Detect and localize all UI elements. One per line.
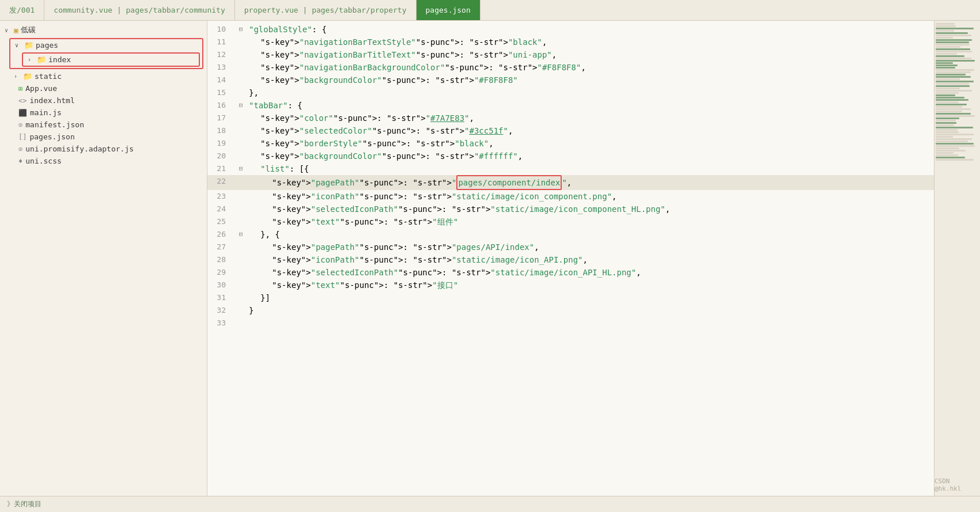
minimap-line bbox=[936, 58, 971, 59]
minimap-line bbox=[936, 106, 962, 108]
static-icon: 📁 bbox=[23, 72, 32, 81]
sidebar-item-main_js[interactable]: ⬛main.js bbox=[0, 107, 207, 119]
code-line-29: 29"s-key">"selectedIconPath""s-punc">: "… bbox=[207, 266, 934, 279]
code-text: "s-key">"text""s-punc">: "s-str">"组件" bbox=[270, 215, 934, 228]
minimap-line bbox=[936, 44, 970, 45]
code-line-33: 33 bbox=[207, 317, 934, 329]
fold-button[interactable]: ⊟ bbox=[235, 23, 247, 36]
line-number: 16 bbox=[207, 99, 235, 112]
minimap-line bbox=[936, 122, 956, 124]
close-project[interactable]: 》关闭项目 bbox=[7, 499, 41, 509]
code-line-31: 31}] bbox=[207, 291, 934, 304]
minimap-line bbox=[936, 111, 962, 112]
minimap: CSDN @hk.hkl bbox=[934, 21, 980, 496]
index-label: index bbox=[48, 55, 71, 64]
fold-button[interactable]: ⊟ bbox=[235, 228, 247, 241]
code-content[interactable]: 10⊟"globalStyle": {11"s-key">"navigation… bbox=[207, 21, 934, 496]
tab-fadian[interactable]: 发/001 bbox=[0, 0, 44, 20]
code-text: "s-key">"backgroundColor""s-punc">: "s-s… bbox=[258, 74, 934, 86]
minimap-line bbox=[936, 90, 972, 92]
fold-button[interactable]: ⊟ bbox=[235, 99, 247, 112]
minimap-line bbox=[936, 83, 969, 85]
code-line-25: 25"s-key">"text""s-punc">: "s-str">"组件" bbox=[207, 215, 934, 228]
line-number: 15 bbox=[207, 86, 235, 99]
minimap-line bbox=[936, 55, 964, 57]
minimap-line bbox=[936, 46, 960, 48]
sidebar-item-pages[interactable]: ∨ 📁pages bbox=[10, 39, 202, 51]
minimap-line bbox=[936, 129, 958, 131]
minimap-line bbox=[936, 23, 955, 25]
line-number: 23 bbox=[207, 190, 235, 203]
root-label: 低碳 bbox=[21, 25, 36, 35]
line-number: 30 bbox=[207, 279, 235, 291]
code-line-14: 14"s-key">"backgroundColor""s-punc">: "s… bbox=[207, 74, 934, 86]
sidebar-item-index_html[interactable]: <>index.html bbox=[0, 94, 207, 107]
main-layout: ∨ ▣低碳∨ 📁pages› 📁index› 📁static⊞App.vue<>… bbox=[0, 21, 980, 496]
file-icon: [] bbox=[18, 133, 27, 141]
root-icon: ▣ bbox=[14, 26, 18, 35]
file-label: pages.json bbox=[29, 132, 74, 141]
line-number: 18 bbox=[207, 124, 235, 137]
code-line-32: 32} bbox=[207, 304, 934, 317]
minimap-line bbox=[936, 62, 953, 64]
minimap-line bbox=[936, 124, 954, 126]
code-line-30: 30"s-key">"text""s-punc">: "s-str">"接口" bbox=[207, 279, 934, 291]
minimap-line bbox=[936, 141, 968, 142]
code-line-10: 10⊟"globalStyle": { bbox=[207, 23, 934, 36]
minimap-line bbox=[936, 35, 971, 36]
tab-pagesjson[interactable]: pages.json bbox=[417, 0, 480, 20]
code-line-20: 20"s-key">"backgroundColor""s-punc">: "s… bbox=[207, 150, 934, 162]
minimap-line bbox=[936, 32, 968, 34]
minimap-line bbox=[936, 39, 972, 41]
tab-property[interactable]: property.vue | pages/tabbar/property bbox=[235, 0, 417, 20]
minimap-line bbox=[936, 97, 964, 98]
code-line-12: 12"s-key">"navigationBarTitleText""s-pun… bbox=[207, 48, 934, 61]
sidebar-item-manifest_json[interactable]: ⊙manifest.json bbox=[0, 119, 207, 131]
code-text: "s-key">"navigationBarTextStyle""s-punc"… bbox=[258, 36, 934, 48]
line-number: 29 bbox=[207, 266, 235, 279]
tab-community[interactable]: community.vue | pages/tabbar/community bbox=[44, 0, 234, 20]
sidebar-item-pages_json[interactable]: []pages.json bbox=[0, 131, 207, 143]
code-line-18: 18"s-key">"selectedColor""s-punc">: "s-s… bbox=[207, 124, 934, 137]
code-text: } bbox=[247, 304, 934, 317]
code-line-19: 19"s-key">"borderStyle""s-punc">: "s-str… bbox=[207, 137, 934, 150]
code-text: }, bbox=[247, 86, 934, 99]
sidebar-item-static[interactable]: › 📁static bbox=[0, 70, 207, 82]
minimap-line bbox=[936, 117, 959, 119]
code-text: "list": [{ bbox=[258, 162, 934, 175]
bottom-bar: 》关闭项目 bbox=[0, 496, 980, 512]
sidebar-item-index[interactable]: › 📁index bbox=[23, 54, 199, 66]
minimap-line bbox=[936, 85, 970, 87]
line-number: 19 bbox=[207, 137, 235, 150]
file-icon: ⊙ bbox=[18, 145, 22, 153]
code-line-22: 22"s-key">"pagePath""s-punc">: "s-str">"… bbox=[207, 175, 934, 190]
line-number: 17 bbox=[207, 112, 235, 124]
root-arrow: ∨ bbox=[5, 27, 14, 33]
code-line-26: 26⊟}, { bbox=[207, 228, 934, 241]
file-label: index.html bbox=[29, 96, 74, 105]
sidebar-item-uni_scss[interactable]: ♦uni.scss bbox=[0, 155, 207, 167]
line-number: 33 bbox=[207, 317, 235, 329]
static-arrow: › bbox=[14, 73, 23, 79]
code-text: "s-key">"selectedColor""s-punc">: "s-str… bbox=[258, 124, 934, 137]
line-number: 22 bbox=[207, 175, 235, 188]
code-text: "s-key">"backgroundColor""s-punc">: "s-s… bbox=[258, 150, 934, 162]
minimap-line bbox=[936, 127, 973, 128]
minimap-line bbox=[936, 147, 959, 149]
code-text: }, { bbox=[258, 228, 934, 241]
file-label: manifest.json bbox=[25, 120, 84, 129]
minimap-line bbox=[936, 67, 955, 69]
sidebar-root[interactable]: ∨ ▣低碳 bbox=[0, 23, 207, 37]
fold-button[interactable]: ⊟ bbox=[235, 162, 247, 175]
sidebar-item-App_vue[interactable]: ⊞App.vue bbox=[0, 82, 207, 94]
sidebar-item-uni_promisify.adaptor.js[interactable]: ⊙uni.promisify.adaptor.js bbox=[0, 143, 207, 155]
file-icon: ⊞ bbox=[18, 85, 22, 93]
index-arrow: › bbox=[28, 56, 37, 63]
minimap-line bbox=[936, 152, 953, 154]
pages-folder-icon: 📁 bbox=[24, 41, 33, 50]
line-number: 11 bbox=[207, 36, 235, 48]
minimap-line bbox=[936, 69, 974, 71]
file-icon: ⊙ bbox=[18, 121, 22, 129]
code-text: "s-key">"pagePath""s-punc">: "s-str">"pa… bbox=[270, 175, 934, 190]
file-label: main.js bbox=[30, 108, 62, 117]
